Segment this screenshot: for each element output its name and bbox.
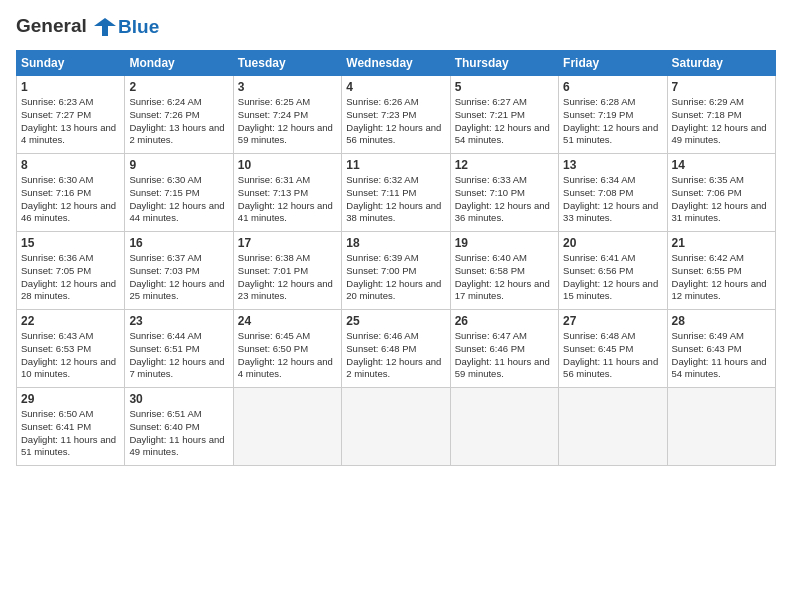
calendar-week-row: 1Sunrise: 6:23 AMSunset: 7:27 PMDaylight… bbox=[17, 76, 776, 154]
day-number: 5 bbox=[455, 80, 554, 94]
day-info: Sunrise: 6:45 AMSunset: 6:50 PMDaylight:… bbox=[238, 330, 337, 381]
day-info: Sunrise: 6:49 AMSunset: 6:43 PMDaylight:… bbox=[672, 330, 771, 381]
day-info: Sunrise: 6:30 AMSunset: 7:15 PMDaylight:… bbox=[129, 174, 228, 225]
day-number: 28 bbox=[672, 314, 771, 328]
day-info: Sunrise: 6:50 AMSunset: 6:41 PMDaylight:… bbox=[21, 408, 120, 459]
day-info: Sunrise: 6:32 AMSunset: 7:11 PMDaylight:… bbox=[346, 174, 445, 225]
day-number: 29 bbox=[21, 392, 120, 406]
day-info: Sunrise: 6:24 AMSunset: 7:26 PMDaylight:… bbox=[129, 96, 228, 147]
page-header: General Blue bbox=[16, 16, 776, 38]
day-number: 23 bbox=[129, 314, 228, 328]
calendar-cell: 25Sunrise: 6:46 AMSunset: 6:48 PMDayligh… bbox=[342, 310, 450, 388]
calendar-day-header: Saturday bbox=[667, 51, 775, 76]
day-number: 10 bbox=[238, 158, 337, 172]
calendar-day-header: Tuesday bbox=[233, 51, 341, 76]
day-info: Sunrise: 6:41 AMSunset: 6:56 PMDaylight:… bbox=[563, 252, 662, 303]
day-info: Sunrise: 6:30 AMSunset: 7:16 PMDaylight:… bbox=[21, 174, 120, 225]
calendar-cell: 12Sunrise: 6:33 AMSunset: 7:10 PMDayligh… bbox=[450, 154, 558, 232]
day-number: 1 bbox=[21, 80, 120, 94]
calendar-cell: 1Sunrise: 6:23 AMSunset: 7:27 PMDaylight… bbox=[17, 76, 125, 154]
day-info: Sunrise: 6:25 AMSunset: 7:24 PMDaylight:… bbox=[238, 96, 337, 147]
calendar-cell bbox=[342, 388, 450, 466]
calendar-day-header: Monday bbox=[125, 51, 233, 76]
day-number: 2 bbox=[129, 80, 228, 94]
logo: General Blue bbox=[16, 16, 159, 38]
day-info: Sunrise: 6:34 AMSunset: 7:08 PMDaylight:… bbox=[563, 174, 662, 225]
calendar-week-row: 22Sunrise: 6:43 AMSunset: 6:53 PMDayligh… bbox=[17, 310, 776, 388]
calendar-day-header: Sunday bbox=[17, 51, 125, 76]
day-number: 12 bbox=[455, 158, 554, 172]
day-info: Sunrise: 6:48 AMSunset: 6:45 PMDaylight:… bbox=[563, 330, 662, 381]
day-info: Sunrise: 6:40 AMSunset: 6:58 PMDaylight:… bbox=[455, 252, 554, 303]
calendar-cell: 26Sunrise: 6:47 AMSunset: 6:46 PMDayligh… bbox=[450, 310, 558, 388]
logo-bird-icon bbox=[94, 16, 116, 38]
page-container: General Blue SundayMondayTuesdayWednesda… bbox=[0, 0, 792, 474]
svg-marker-0 bbox=[94, 18, 116, 36]
logo-text-blue: Blue bbox=[118, 16, 159, 38]
day-info: Sunrise: 6:33 AMSunset: 7:10 PMDaylight:… bbox=[455, 174, 554, 225]
day-number: 16 bbox=[129, 236, 228, 250]
calendar-cell: 13Sunrise: 6:34 AMSunset: 7:08 PMDayligh… bbox=[559, 154, 667, 232]
calendar-cell: 7Sunrise: 6:29 AMSunset: 7:18 PMDaylight… bbox=[667, 76, 775, 154]
day-info: Sunrise: 6:38 AMSunset: 7:01 PMDaylight:… bbox=[238, 252, 337, 303]
calendar-cell: 6Sunrise: 6:28 AMSunset: 7:19 PMDaylight… bbox=[559, 76, 667, 154]
calendar-cell: 8Sunrise: 6:30 AMSunset: 7:16 PMDaylight… bbox=[17, 154, 125, 232]
calendar-cell: 11Sunrise: 6:32 AMSunset: 7:11 PMDayligh… bbox=[342, 154, 450, 232]
day-number: 26 bbox=[455, 314, 554, 328]
day-info: Sunrise: 6:35 AMSunset: 7:06 PMDaylight:… bbox=[672, 174, 771, 225]
day-number: 24 bbox=[238, 314, 337, 328]
day-number: 7 bbox=[672, 80, 771, 94]
calendar-cell: 20Sunrise: 6:41 AMSunset: 6:56 PMDayligh… bbox=[559, 232, 667, 310]
day-number: 8 bbox=[21, 158, 120, 172]
calendar-cell: 14Sunrise: 6:35 AMSunset: 7:06 PMDayligh… bbox=[667, 154, 775, 232]
day-info: Sunrise: 6:37 AMSunset: 7:03 PMDaylight:… bbox=[129, 252, 228, 303]
calendar-cell: 24Sunrise: 6:45 AMSunset: 6:50 PMDayligh… bbox=[233, 310, 341, 388]
calendar-cell: 18Sunrise: 6:39 AMSunset: 7:00 PMDayligh… bbox=[342, 232, 450, 310]
calendar-cell: 15Sunrise: 6:36 AMSunset: 7:05 PMDayligh… bbox=[17, 232, 125, 310]
calendar-cell: 30Sunrise: 6:51 AMSunset: 6:40 PMDayligh… bbox=[125, 388, 233, 466]
calendar-cell: 16Sunrise: 6:37 AMSunset: 7:03 PMDayligh… bbox=[125, 232, 233, 310]
day-number: 30 bbox=[129, 392, 228, 406]
day-number: 21 bbox=[672, 236, 771, 250]
calendar-cell: 3Sunrise: 6:25 AMSunset: 7:24 PMDaylight… bbox=[233, 76, 341, 154]
day-number: 3 bbox=[238, 80, 337, 94]
calendar-week-row: 15Sunrise: 6:36 AMSunset: 7:05 PMDayligh… bbox=[17, 232, 776, 310]
day-number: 19 bbox=[455, 236, 554, 250]
calendar-cell: 29Sunrise: 6:50 AMSunset: 6:41 PMDayligh… bbox=[17, 388, 125, 466]
day-number: 14 bbox=[672, 158, 771, 172]
calendar-cell bbox=[233, 388, 341, 466]
calendar-day-header: Friday bbox=[559, 51, 667, 76]
day-info: Sunrise: 6:31 AMSunset: 7:13 PMDaylight:… bbox=[238, 174, 337, 225]
calendar-cell bbox=[559, 388, 667, 466]
calendar-cell: 23Sunrise: 6:44 AMSunset: 6:51 PMDayligh… bbox=[125, 310, 233, 388]
calendar-day-header: Thursday bbox=[450, 51, 558, 76]
day-number: 4 bbox=[346, 80, 445, 94]
calendar-cell: 27Sunrise: 6:48 AMSunset: 6:45 PMDayligh… bbox=[559, 310, 667, 388]
day-number: 11 bbox=[346, 158, 445, 172]
calendar-cell: 9Sunrise: 6:30 AMSunset: 7:15 PMDaylight… bbox=[125, 154, 233, 232]
day-number: 18 bbox=[346, 236, 445, 250]
calendar-cell: 21Sunrise: 6:42 AMSunset: 6:55 PMDayligh… bbox=[667, 232, 775, 310]
day-info: Sunrise: 6:27 AMSunset: 7:21 PMDaylight:… bbox=[455, 96, 554, 147]
day-number: 17 bbox=[238, 236, 337, 250]
day-info: Sunrise: 6:39 AMSunset: 7:00 PMDaylight:… bbox=[346, 252, 445, 303]
day-info: Sunrise: 6:23 AMSunset: 7:27 PMDaylight:… bbox=[21, 96, 120, 147]
calendar-week-row: 8Sunrise: 6:30 AMSunset: 7:16 PMDaylight… bbox=[17, 154, 776, 232]
day-number: 20 bbox=[563, 236, 662, 250]
calendar-cell: 28Sunrise: 6:49 AMSunset: 6:43 PMDayligh… bbox=[667, 310, 775, 388]
day-info: Sunrise: 6:36 AMSunset: 7:05 PMDaylight:… bbox=[21, 252, 120, 303]
day-info: Sunrise: 6:28 AMSunset: 7:19 PMDaylight:… bbox=[563, 96, 662, 147]
calendar-day-header: Wednesday bbox=[342, 51, 450, 76]
day-info: Sunrise: 6:44 AMSunset: 6:51 PMDaylight:… bbox=[129, 330, 228, 381]
calendar-cell: 10Sunrise: 6:31 AMSunset: 7:13 PMDayligh… bbox=[233, 154, 341, 232]
day-info: Sunrise: 6:26 AMSunset: 7:23 PMDaylight:… bbox=[346, 96, 445, 147]
calendar-cell bbox=[450, 388, 558, 466]
day-info: Sunrise: 6:51 AMSunset: 6:40 PMDaylight:… bbox=[129, 408, 228, 459]
calendar-cell: 17Sunrise: 6:38 AMSunset: 7:01 PMDayligh… bbox=[233, 232, 341, 310]
day-number: 15 bbox=[21, 236, 120, 250]
day-info: Sunrise: 6:42 AMSunset: 6:55 PMDaylight:… bbox=[672, 252, 771, 303]
day-info: Sunrise: 6:43 AMSunset: 6:53 PMDaylight:… bbox=[21, 330, 120, 381]
calendar-cell: 4Sunrise: 6:26 AMSunset: 7:23 PMDaylight… bbox=[342, 76, 450, 154]
day-info: Sunrise: 6:46 AMSunset: 6:48 PMDaylight:… bbox=[346, 330, 445, 381]
calendar-cell: 19Sunrise: 6:40 AMSunset: 6:58 PMDayligh… bbox=[450, 232, 558, 310]
